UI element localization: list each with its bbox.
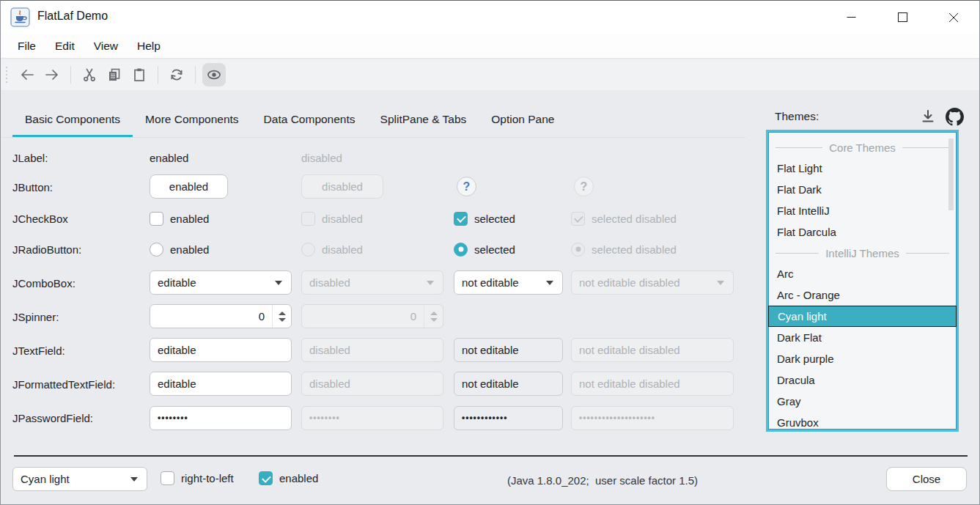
checkbox-enabled[interactable]: enabled xyxy=(150,212,209,226)
menu-bar: File Edit View Help xyxy=(1,34,979,59)
jcheckbox-row-label: JCheckBox xyxy=(12,213,68,225)
themes-scrollbar-thumb[interactable] xyxy=(948,139,954,210)
jbutton-help[interactable]: ? xyxy=(457,177,476,196)
right-to-left-checkbox[interactable]: right-to-left xyxy=(161,471,234,485)
copy-button[interactable] xyxy=(103,63,126,86)
theme-selector-combobox[interactable]: Cyan light xyxy=(12,467,147,491)
chevron-down-icon xyxy=(717,281,724,285)
radio-selected-label: selected xyxy=(474,243,515,256)
github-icon xyxy=(946,108,964,126)
jcheckbox-row: JCheckBox enabled disabled selected sele… xyxy=(1,210,745,226)
theme-item-flat-light[interactable]: Flat Light xyxy=(768,158,957,179)
menu-help[interactable]: Help xyxy=(128,34,170,58)
jcombobox-row-label: JComboBox: xyxy=(12,276,75,289)
combobox-value: disabled xyxy=(309,276,350,289)
eye-icon xyxy=(206,67,222,82)
app-window: FlatLaf Demo File Edit View Help xyxy=(0,0,980,505)
github-link-button[interactable] xyxy=(945,107,964,126)
tab-option-pane[interactable]: Option Pane xyxy=(479,104,567,137)
spinner-buttons[interactable] xyxy=(272,305,291,328)
theme-item-dark-purple[interactable]: Dark purple xyxy=(768,348,957,369)
checkbox-selected-disabled: selected disabled xyxy=(571,212,677,226)
radio-icon xyxy=(301,243,315,257)
theme-item-dark-flat[interactable]: Dark Flat xyxy=(768,327,957,348)
jbutton-enabled[interactable]: enabled xyxy=(150,174,228,199)
formattedtextfield-not-editable-disabled: not editable disabled xyxy=(571,372,734,396)
chevron-down-icon[interactable] xyxy=(130,477,138,482)
show-hidden-toggle-button[interactable] xyxy=(202,63,226,86)
tab-splitpane-tabs[interactable]: SplitPane & Tabs xyxy=(368,104,479,137)
passwordfield-editable[interactable]: •••••••• xyxy=(150,406,292,430)
menu-view[interactable]: View xyxy=(84,34,128,58)
checkbox-checked-icon xyxy=(259,471,273,485)
combobox-not-editable[interactable]: not editable xyxy=(454,270,563,295)
spinner-down-icon[interactable] xyxy=(279,318,286,322)
checkbox-selected-disabled-label: selected disabled xyxy=(592,213,677,225)
formattedtextfield-editable[interactable]: editable xyxy=(150,372,292,396)
theme-item-cyan-light[interactable]: Cyan light xyxy=(768,306,957,327)
toolbar-grip[interactable] xyxy=(6,67,7,83)
menu-edit[interactable]: Edit xyxy=(45,34,84,58)
java-app-icon xyxy=(10,7,30,27)
bottom-separator xyxy=(14,455,968,457)
formattedtextfield-not-editable: not editable xyxy=(454,372,563,396)
chevron-down-icon[interactable] xyxy=(275,281,282,285)
enabled-checkbox[interactable]: enabled xyxy=(259,471,318,485)
tab-more-components[interactable]: More Components xyxy=(133,104,251,137)
chevron-down-icon[interactable] xyxy=(546,281,553,285)
jpasswordfield-row-label: JPasswordField: xyxy=(12,412,93,424)
menu-file[interactable]: File xyxy=(8,34,45,58)
textfield-editable[interactable]: editable xyxy=(150,338,292,362)
theme-item-arc-orange[interactable]: Arc - Orange xyxy=(768,284,957,306)
tab-basic-components[interactable]: Basic Components xyxy=(12,104,133,137)
jlabel-row-label: JLabel: xyxy=(12,152,48,164)
close-button[interactable]: Close xyxy=(886,467,967,491)
radio-enabled[interactable]: enabled xyxy=(150,243,209,257)
close-window-button[interactable] xyxy=(928,1,979,34)
refresh-button[interactable] xyxy=(165,63,188,86)
spinner-enabled[interactable]: 0 xyxy=(150,304,292,328)
theme-item-flat-darcula[interactable]: Flat Darcula xyxy=(768,221,957,243)
jcombobox-row: JComboBox: editable disabled not editabl… xyxy=(1,270,745,295)
checkbox-icon xyxy=(150,212,163,226)
right-to-left-label: right-to-left xyxy=(181,472,234,484)
theme-item-gray[interactable]: Gray xyxy=(768,391,957,412)
jbutton-help-disabled: ? xyxy=(574,177,594,196)
tab-bar: Basic Components More Components Data Co… xyxy=(12,104,567,137)
checkbox-checked-icon xyxy=(454,212,468,226)
jtextfield-row: JTextField: editable disabled not editab… xyxy=(1,338,745,362)
paste-button[interactable] xyxy=(128,63,151,86)
radio-enabled-label: enabled xyxy=(170,243,209,256)
tab-data-components[interactable]: Data Components xyxy=(251,104,368,137)
forward-button[interactable] xyxy=(40,63,64,86)
theme-item-arc[interactable]: Arc xyxy=(768,263,957,284)
cut-button[interactable] xyxy=(78,63,101,86)
tab-bar-divider xyxy=(1,137,745,138)
radio-selected-disabled-label: selected disabled xyxy=(592,243,677,256)
theme-item-gruvbox[interactable]: Gruvbox xyxy=(768,412,957,432)
minimize-button[interactable] xyxy=(825,1,877,34)
textfield-disabled: disabled xyxy=(301,338,443,362)
checkbox-selected[interactable]: selected xyxy=(454,212,515,226)
back-arrow-icon xyxy=(19,67,35,82)
jlabel-row: JLabel: enabled disabled xyxy=(1,150,745,166)
spinner-value[interactable]: 0 xyxy=(150,310,272,322)
theme-item-flat-intellij[interactable]: Flat IntelliJ xyxy=(768,200,957,221)
theme-item-flat-dark[interactable]: Flat Dark xyxy=(768,179,957,200)
spinner-up-icon[interactable] xyxy=(279,312,286,315)
theme-item-dracula[interactable]: Dracula xyxy=(768,369,957,391)
combobox-editable[interactable]: editable xyxy=(150,270,292,295)
themes-list[interactable]: Core Themes Flat Light Flat Dark Flat In… xyxy=(766,130,959,432)
bottom-bar: Cyan light right-to-left enabled (Java 1… xyxy=(1,455,979,504)
radio-selected[interactable]: selected xyxy=(454,243,515,257)
password-dots: •••••••••••• xyxy=(462,413,507,423)
jlabel-disabled: disabled xyxy=(301,152,342,164)
radio-disabled: disabled xyxy=(301,243,363,257)
textfield-not-editable-disabled: not editable disabled xyxy=(571,338,734,362)
jbutton-row-label: JButton: xyxy=(12,180,53,193)
back-button[interactable] xyxy=(15,63,39,86)
forward-arrow-icon xyxy=(44,67,60,82)
checkbox-enabled-label: enabled xyxy=(170,213,209,225)
download-themes-button[interactable] xyxy=(918,107,937,126)
maximize-button[interactable] xyxy=(877,1,928,34)
